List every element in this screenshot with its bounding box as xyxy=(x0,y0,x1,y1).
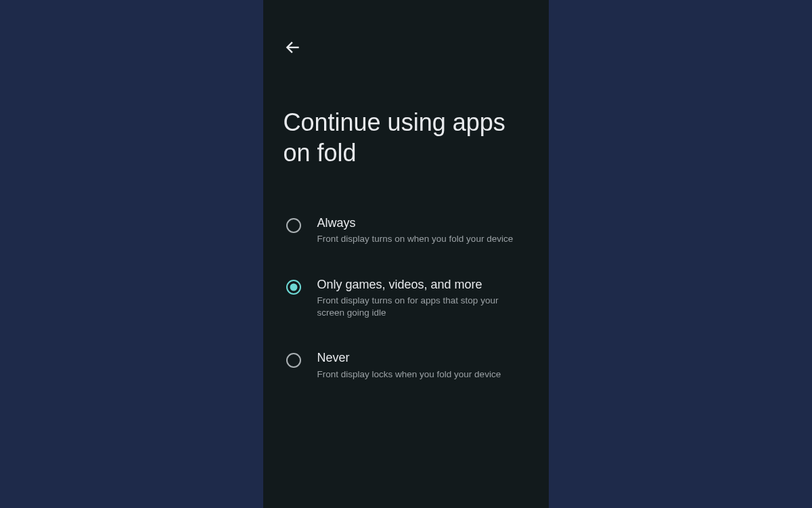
radio-option-always[interactable]: Always Front display turns on when you f… xyxy=(286,215,528,246)
option-text: Always Front display turns on when you f… xyxy=(317,215,528,246)
option-description: Front display turns on when you fold you… xyxy=(317,233,528,245)
radio-options-group: Always Front display turns on when you f… xyxy=(286,215,528,412)
back-button[interactable] xyxy=(284,38,302,57)
arrow-left-icon xyxy=(284,39,302,56)
settings-screen: Continue using apps on fold Always Front… xyxy=(263,0,549,508)
radio-icon xyxy=(286,218,301,233)
option-title: Always xyxy=(317,215,528,231)
option-title: Never xyxy=(317,350,528,366)
radio-option-only-games[interactable]: Only games, videos, and more Front displ… xyxy=(286,277,528,320)
radio-option-never[interactable]: Never Front display locks when you fold … xyxy=(286,350,528,381)
page-title: Continue using apps on fold xyxy=(284,107,528,168)
option-description: Front display locks when you fold your d… xyxy=(317,368,528,381)
option-title: Only games, videos, and more xyxy=(317,277,528,293)
option-description: Front display turns on for apps that sto… xyxy=(317,295,528,319)
option-text: Only games, videos, and more Front displ… xyxy=(317,277,528,320)
radio-icon xyxy=(286,353,301,368)
radio-icon xyxy=(286,280,301,295)
option-text: Never Front display locks when you fold … xyxy=(317,350,528,381)
